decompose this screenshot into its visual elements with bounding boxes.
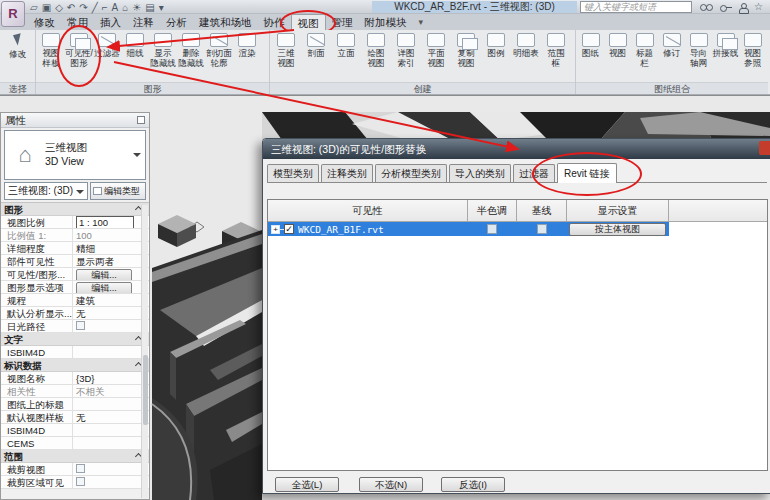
crop-view-checkbox[interactable] (76, 464, 85, 473)
remove-hidden-lines-button[interactable]: 删除 隐藏线 (177, 31, 205, 81)
sheet-icon[interactable]: ▤ (145, 1, 154, 14)
tab-analyze[interactable]: 分析 (160, 14, 193, 30)
show-hidden-lines-button[interactable]: 显示 隐藏线 (149, 31, 177, 81)
section-identity-data[interactable]: 标识数据 (1, 359, 149, 372)
halftone-checkbox[interactable] (487, 224, 497, 234)
redo-icon[interactable]: ↷ (79, 1, 87, 14)
sun-icon[interactable]: ☀ (132, 1, 141, 14)
section-extents[interactable]: 范围 (1, 450, 149, 463)
text-icon[interactable]: A (112, 1, 119, 14)
search-input[interactable]: 键入关键字或短语 (580, 1, 692, 13)
visibility-graphics-button[interactable]: 可见性/ 图形 (65, 31, 93, 81)
tab-manage[interactable]: 管理 (326, 14, 359, 30)
filters-button[interactable]: 过滤器 (93, 31, 121, 81)
tab-annotate[interactable]: 注释 (127, 14, 160, 30)
tab-modify[interactable]: 修改 (28, 14, 61, 30)
tree-expander-icon[interactable]: + (271, 225, 280, 234)
tab-view[interactable]: 视图 (291, 14, 326, 30)
parts-visibility-value[interactable]: 显示两者 (73, 255, 149, 267)
tab-filters[interactable]: 过滤器 (513, 164, 555, 182)
view-name-value[interactable]: {3D} (73, 372, 149, 384)
thin-lines-button[interactable]: 细线 (121, 31, 149, 81)
edit-type-button[interactable]: 编辑类型 (90, 182, 146, 200)
drafting-view-button[interactable]: 绘图 视图 (361, 31, 391, 81)
property-row-crop-region-visible: 裁剪区域可见 (1, 476, 149, 489)
analysis-display-value[interactable]: 无 (73, 307, 149, 319)
default-3d-view-icon[interactable]: ◇ (55, 1, 63, 14)
section-text[interactable]: 文字 (1, 333, 149, 346)
elevation-button[interactable]: 立面 (331, 31, 361, 81)
visibility-graphics-edit-button[interactable]: 编辑... (76, 269, 132, 280)
tab-annotation-categories[interactable]: 注释类别 (321, 164, 373, 182)
select-all-button[interactable]: 全选(L) (275, 477, 339, 492)
tab-collaborate[interactable]: 协作 (258, 14, 291, 30)
select-none-button[interactable]: 不选(N) (359, 477, 423, 492)
sun-path-checkbox[interactable] (76, 321, 85, 330)
communication-center-icon[interactable] (739, 3, 747, 12)
underlay-checkbox[interactable] (537, 224, 547, 234)
modify-button[interactable]: 修改 (1, 31, 34, 81)
view-scale-value[interactable]: 1 : 100 (76, 216, 134, 228)
cems-value[interactable] (73, 437, 149, 449)
dialog-titlebar[interactable]: 三维视图: (3D)的可见性/图形替换 (263, 139, 770, 159)
cut-profile-button[interactable]: 剖切面 轮廓 (205, 31, 233, 81)
render-button[interactable]: 渲染 (233, 31, 261, 81)
ribbon-minimize-icon[interactable]: ▾ (413, 14, 424, 30)
plan-view-button[interactable]: 平面 视图 (421, 31, 451, 81)
isbim4d-id-value[interactable] (73, 424, 149, 436)
sheet-button[interactable]: 图纸 (577, 31, 604, 81)
view-template-button[interactable]: 视图 样板 (37, 31, 65, 81)
tab-model-categories[interactable]: 模型类别 (267, 164, 319, 182)
section-button[interactable]: 剖面 (301, 31, 331, 81)
links-table: 可见性 半色调 基线 显示设置 + ✓ WKCD_AR_B1F.rvt 按主体视… (267, 199, 768, 471)
undo-icon[interactable]: ↶ (67, 1, 75, 14)
revisions-button[interactable]: 修订 (658, 31, 685, 81)
close-icon[interactable] (759, 141, 770, 155)
discipline-value[interactable]: 建筑 (73, 294, 149, 306)
tab-home[interactable]: 常用 (61, 14, 94, 30)
open-icon[interactable]: ▱ (30, 1, 38, 14)
default-template-value[interactable]: 无 (73, 411, 149, 423)
properties-scrollbar[interactable] (141, 205, 148, 498)
tab-analytical-categories[interactable]: 分析模型类别 (375, 164, 447, 182)
search-icon[interactable] (700, 4, 713, 11)
display-settings-button[interactable]: 按主体视图 (569, 223, 666, 236)
matchline-button[interactable]: 拼接线 (712, 31, 739, 81)
scrollbar-thumb[interactable] (143, 355, 148, 425)
title-block-button[interactable]: 标题 栏 (631, 31, 658, 81)
crop-region-visible-checkbox[interactable] (76, 477, 85, 486)
application-menu-button[interactable]: R (1, 1, 25, 27)
tab-massing-site[interactable]: 建筑和场地 (193, 14, 258, 30)
tab-addins[interactable]: 附加模块 (359, 14, 413, 30)
guide-grid-button[interactable]: 导向 轴网 (685, 31, 712, 81)
tab-imported-categories[interactable]: 导入的类别 (449, 164, 511, 182)
isbim4d-text-value[interactable] (73, 346, 149, 358)
instance-selector[interactable]: 三维视图: (3D) (4, 182, 88, 200)
duplicate-view-button[interactable]: 复制 视图 (451, 31, 481, 81)
section-graphics[interactable]: 图形 (1, 203, 149, 216)
legend-button[interactable]: 图例 (481, 31, 511, 81)
link-visibility-checkbox[interactable]: ✓ (284, 224, 294, 234)
subscription-key-icon[interactable] (720, 5, 732, 10)
dimension-icon[interactable]: ⌐ (102, 1, 108, 14)
callout-button[interactable]: 详图 索引 (391, 31, 421, 81)
view-button[interactable]: 视图 (604, 31, 631, 81)
home-view-icon[interactable]: ⌂ (122, 1, 128, 14)
type-selector[interactable]: ⌂ 三维视图 3D View (4, 130, 146, 180)
palette-options-icon[interactable] (137, 116, 145, 124)
qat-menu-icon[interactable]: ▾ (159, 1, 164, 14)
view-reference-button[interactable]: 视图 参照 (739, 31, 766, 81)
panel-label-graphics[interactable]: 图形 (36, 82, 269, 94)
invert-selection-button[interactable]: 反选(I) (441, 477, 505, 492)
scope-box-button[interactable]: 范围 框 (541, 31, 571, 81)
graphic-display-edit-button[interactable]: 编辑... (76, 282, 132, 293)
tab-revit-links[interactable]: Revit 链接 (557, 163, 617, 183)
save-icon[interactable]: ▣ (42, 1, 51, 14)
detail-level-value[interactable]: 精细 (73, 242, 149, 254)
title-on-sheet-value[interactable] (73, 398, 149, 410)
favorites-star-icon[interactable]: ☆ (754, 2, 763, 12)
schedule-button[interactable]: 明细表 (511, 31, 541, 81)
tab-insert[interactable]: 插入 (94, 14, 127, 30)
measure-icon[interactable]: ╱ (92, 1, 98, 14)
3d-view-button[interactable]: 三维 视图 (271, 31, 301, 81)
